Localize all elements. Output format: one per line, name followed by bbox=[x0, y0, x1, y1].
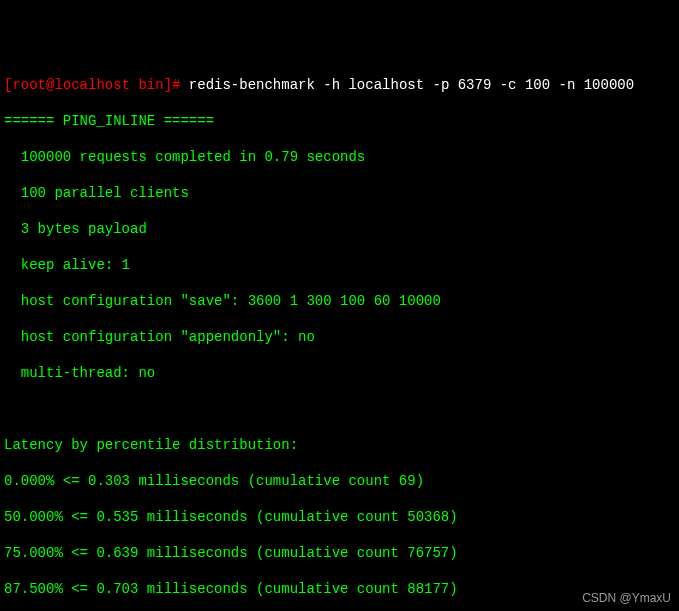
payload-line: 3 bytes payload bbox=[4, 220, 675, 238]
latency-row: 87.500% <= 0.703 milliseconds (cumulativ… bbox=[4, 580, 675, 598]
multithread-line: multi-thread: no bbox=[4, 364, 675, 382]
command-line[interactable]: [root@localhost bin]# redis-benchmark -h… bbox=[4, 76, 675, 94]
blank-line bbox=[4, 400, 675, 418]
watermark-text: CSDN @YmaxU bbox=[582, 589, 671, 607]
latency-row: 50.000% <= 0.535 milliseconds (cumulativ… bbox=[4, 508, 675, 526]
save-config-line: host configuration "save": 3600 1 300 10… bbox=[4, 292, 675, 310]
separator-line: ====== PING_INLINE ====== bbox=[4, 112, 675, 130]
latency-row: 75.000% <= 0.639 milliseconds (cumulativ… bbox=[4, 544, 675, 562]
latency-row: 0.000% <= 0.303 milliseconds (cumulative… bbox=[4, 472, 675, 490]
prompt-text: [root@localhost bin]# bbox=[4, 77, 189, 93]
latency-header: Latency by percentile distribution: bbox=[4, 436, 675, 454]
clients-line: 100 parallel clients bbox=[4, 184, 675, 202]
requests-line: 100000 requests completed in 0.79 second… bbox=[4, 148, 675, 166]
keepalive-line: keep alive: 1 bbox=[4, 256, 675, 274]
command-text: redis-benchmark -h localhost -p 6379 -c … bbox=[189, 77, 634, 93]
appendonly-line: host configuration "appendonly": no bbox=[4, 328, 675, 346]
